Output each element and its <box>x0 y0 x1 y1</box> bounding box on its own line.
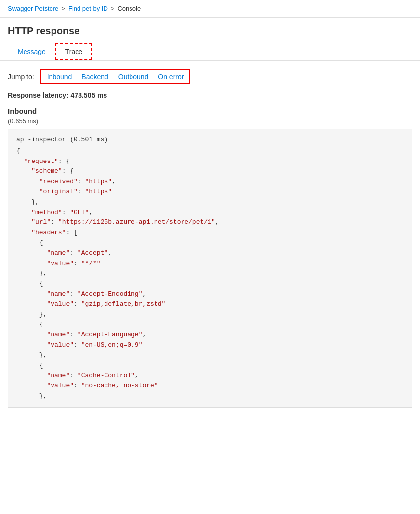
code-header-item-2-open: { <box>16 279 404 289</box>
breadcrumb: Swagger Petstore > Find pet by ID > Cons… <box>0 0 420 18</box>
breadcrumb-swagger-petstore[interactable]: Swagger Petstore <box>8 5 58 12</box>
code-request-key: "request": { <box>16 157 404 167</box>
code-received: "received": "https", <box>16 177 404 187</box>
code-name-cache-control: "name": "Cache-Control", <box>16 371 404 381</box>
code-scheme-key: "scheme": { <box>16 166 404 177</box>
code-header-item-3-open: { <box>16 320 404 330</box>
code-headers-key: "headers": [ <box>16 228 404 238</box>
inbound-timing: (0.655 ms) <box>8 117 412 125</box>
code-header-item-2-close: }, <box>16 310 404 320</box>
code-scheme-close: }, <box>16 197 404 208</box>
jump-to-row: Jump to: Inbound Backend Outbound On err… <box>8 69 412 84</box>
code-method: "method": "GET", <box>16 208 404 218</box>
code-header-item-4-close: }, <box>16 391 404 402</box>
tabs-row: Message Trace <box>0 43 420 61</box>
jump-to-label: Jump to: <box>8 73 34 81</box>
inbound-section-title: Inbound <box>8 107 412 115</box>
breadcrumb-console: Console <box>117 5 141 12</box>
jump-backend[interactable]: Backend <box>81 73 108 81</box>
code-value-accept: "value": "*/*" <box>16 259 404 269</box>
code-original: "original": "https" <box>16 187 404 197</box>
breadcrumb-sep-2: > <box>111 5 115 12</box>
code-header: api-inspector (0.501 ms) <box>16 135 404 145</box>
breadcrumb-sep-1: > <box>61 5 65 12</box>
code-value-cache-control: "value": "no-cache, no-store" <box>16 381 404 391</box>
code-name-accept-encoding: "name": "Accept-Encoding", <box>16 289 404 299</box>
jump-outbound[interactable]: Outbound <box>118 73 149 81</box>
tab-trace[interactable]: Trace <box>55 43 92 60</box>
code-line-brace-open: { <box>16 146 404 157</box>
code-header-item-4-open: { <box>16 361 404 371</box>
code-header-item-1-close: }, <box>16 269 404 279</box>
code-value-accept-encoding: "value": "gzip,deflate,br,zstd" <box>16 299 404 310</box>
code-header-item-3-close: }, <box>16 351 404 361</box>
jump-to-links-container: Inbound Backend Outbound On error <box>40 69 191 84</box>
page-title: HTTP response <box>0 18 420 43</box>
code-value-accept-language: "value": "en-US,en;q=0.9" <box>16 340 404 351</box>
breadcrumb-find-pet[interactable]: Find pet by ID <box>68 5 108 12</box>
content-area: Jump to: Inbound Backend Outbound On err… <box>0 61 420 416</box>
code-header-item-1-open: { <box>16 238 404 248</box>
tab-message[interactable]: Message <box>8 43 55 60</box>
code-url: "url": "https://1125b.azure-api.net/stor… <box>16 217 404 228</box>
code-name-accept-language: "name": "Accept-Language", <box>16 330 404 340</box>
jump-inbound[interactable]: Inbound <box>47 73 72 81</box>
response-latency: Response latency: 478.505 ms <box>8 91 412 99</box>
jump-on-error[interactable]: On error <box>158 73 184 81</box>
code-name-accept: "name": "Accept", <box>16 248 404 259</box>
code-block: api-inspector (0.501 ms) { "request": { … <box>8 129 412 408</box>
